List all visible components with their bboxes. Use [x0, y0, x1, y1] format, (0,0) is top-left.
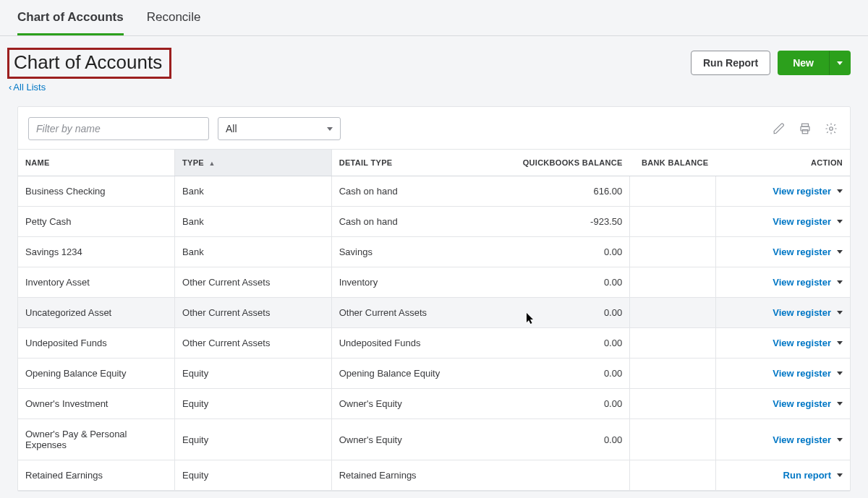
cell-qb-balance: 0.00	[480, 419, 629, 460]
col-header-qb-balance[interactable]: QUICKBOOKS BALANCE	[480, 150, 629, 176]
col-header-type[interactable]: TYPE ▲	[175, 150, 332, 176]
action-view-register[interactable]: View register	[773, 368, 843, 379]
table-row[interactable]: Uncategorized AssetOther Current AssetsO…	[18, 298, 850, 328]
cell-bank-balance	[630, 359, 716, 389]
table-row[interactable]: Inventory AssetOther Current AssetsInven…	[18, 267, 850, 298]
action-view-register[interactable]: View register	[773, 338, 843, 348]
action-view-register[interactable]: View register	[773, 246, 843, 257]
back-link-label: All Lists	[13, 82, 46, 93]
action-view-register[interactable]: View register	[773, 216, 843, 227]
col-header-action: ACTION	[715, 150, 850, 176]
cell-action: View register	[715, 298, 850, 328]
action-view-register[interactable]: View register	[773, 277, 843, 288]
action-label: View register	[773, 246, 831, 257]
cell-type: Bank	[175, 207, 332, 237]
tab-strip: Chart of Accounts Reconcile	[0, 0, 868, 36]
col-header-detail-type[interactable]: DETAIL TYPE	[331, 150, 480, 176]
caret-down-icon[interactable]	[837, 438, 843, 442]
cell-qb-balance: -923.50	[480, 207, 629, 237]
cell-qb-balance	[480, 460, 629, 491]
table-row[interactable]: Opening Balance EquityEquityOpening Bala…	[18, 359, 850, 389]
type-filter-select[interactable]: All	[218, 117, 341, 140]
caret-down-icon[interactable]	[837, 250, 843, 254]
cell-name: Petty Cash	[18, 207, 175, 237]
action-view-register[interactable]: View register	[773, 186, 843, 197]
cell-qb-balance: 0.00	[480, 389, 629, 419]
table-row[interactable]: Undeposited FundsOther Current AssetsUnd…	[18, 328, 850, 359]
cell-name: Business Checking	[18, 176, 175, 207]
table-row[interactable]: Business CheckingBankCash on hand616.00V…	[18, 176, 850, 207]
filter-by-name-input[interactable]	[28, 117, 209, 140]
cell-name: Undeposited Funds	[18, 328, 175, 359]
cell-bank-balance	[630, 328, 716, 359]
accounts-card: All NAME TYPE ▲ DETAIL TYPE	[17, 106, 851, 491]
new-button-group: New	[778, 51, 851, 75]
cell-action: View register	[715, 267, 850, 298]
caret-down-icon[interactable]	[837, 341, 843, 345]
caret-down-icon[interactable]	[837, 473, 843, 477]
action-label: Run report	[783, 470, 831, 481]
action-label: View register	[773, 398, 831, 409]
cell-type: Other Current Assets	[175, 328, 332, 359]
cell-bank-balance	[630, 176, 716, 207]
cell-detail-type: Retained Earnings	[331, 460, 480, 491]
cell-name: Opening Balance Equity	[18, 359, 175, 389]
gear-icon[interactable]	[822, 120, 840, 137]
caret-down-icon[interactable]	[837, 220, 843, 223]
new-button-dropdown[interactable]	[829, 51, 851, 75]
action-run-report[interactable]: Run report	[783, 470, 843, 481]
cell-type: Equity	[175, 460, 332, 491]
cell-qb-balance: 0.00	[480, 359, 629, 389]
col-header-name[interactable]: NAME	[18, 150, 175, 176]
tab-chart-of-accounts[interactable]: Chart of Accounts	[17, 10, 124, 35]
table-row[interactable]: Owner's Pay & Personal ExpensesEquityOwn…	[18, 419, 850, 460]
action-view-register[interactable]: View register	[773, 434, 843, 445]
page-header: Chart of Accounts ‹ All Lists Run Report…	[0, 36, 868, 93]
cell-name: Owner's Pay & Personal Expenses	[18, 419, 175, 460]
cell-qb-balance: 616.00	[480, 176, 629, 207]
cell-bank-balance	[630, 237, 716, 267]
action-label: View register	[773, 277, 831, 288]
caret-down-icon[interactable]	[837, 311, 843, 314]
cell-type: Bank	[175, 237, 332, 267]
cell-type: Equity	[175, 389, 332, 419]
cell-action: View register	[715, 328, 850, 359]
caret-down-icon[interactable]	[837, 189, 843, 193]
table-header-row: NAME TYPE ▲ DETAIL TYPE QUICKBOOKS BALAN…	[18, 150, 850, 176]
table-row[interactable]: Owner's InvestmentEquityOwner's Equity0.…	[18, 389, 850, 419]
cell-action: View register	[715, 176, 850, 207]
cell-action: View register	[715, 359, 850, 389]
cell-detail-type: Cash on hand	[331, 207, 480, 237]
cell-qb-balance: 0.00	[480, 328, 629, 359]
col-header-bank-balance[interactable]: BANK BALANCE	[630, 150, 716, 176]
cell-bank-balance	[630, 389, 716, 419]
action-label: View register	[773, 338, 831, 348]
cell-detail-type: Savings	[331, 237, 480, 267]
run-report-button[interactable]: Run Report	[691, 51, 770, 75]
cell-detail-type: Owner's Equity	[331, 419, 480, 460]
cell-action: View register	[715, 237, 850, 267]
back-link-all-lists[interactable]: ‹ All Lists	[9, 82, 46, 93]
type-filter-value: All	[226, 123, 237, 134]
cell-type: Equity	[175, 419, 332, 460]
caret-down-icon[interactable]	[837, 280, 843, 284]
cell-detail-type: Inventory	[331, 267, 480, 298]
action-label: View register	[773, 307, 831, 318]
table-row[interactable]: Retained EarningsEquityRetained Earnings…	[18, 460, 850, 491]
action-view-register[interactable]: View register	[773, 307, 843, 318]
new-button[interactable]: New	[778, 51, 829, 75]
cell-name: Owner's Investment	[18, 389, 175, 419]
sort-asc-icon: ▲	[208, 160, 215, 167]
action-view-register[interactable]: View register	[773, 398, 843, 409]
chevron-left-icon: ‹	[9, 82, 12, 93]
table-row[interactable]: Petty CashBankCash on hand-923.50View re…	[18, 207, 850, 237]
tab-reconcile[interactable]: Reconcile	[147, 10, 201, 35]
caret-down-icon[interactable]	[837, 402, 843, 405]
svg-point-3	[830, 127, 833, 131]
edit-icon[interactable]	[770, 120, 788, 137]
caret-down-icon[interactable]	[837, 372, 843, 375]
cell-type: Other Current Assets	[175, 298, 332, 328]
table-row[interactable]: Savings 1234BankSavings0.00View register	[18, 237, 850, 267]
cell-name: Retained Earnings	[18, 460, 175, 491]
print-icon[interactable]	[796, 120, 814, 137]
